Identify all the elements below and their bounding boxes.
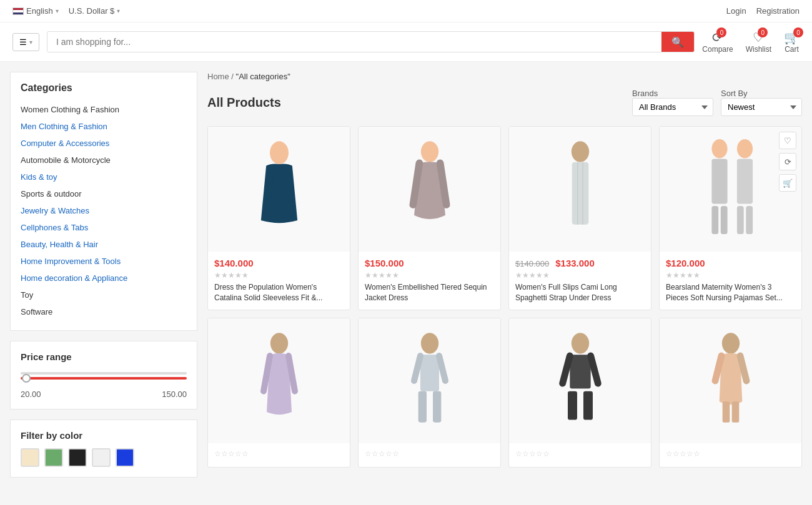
color-swatch-black[interactable] — [68, 448, 87, 467]
category-item[interactable]: Beauty, Health & Hair — [21, 236, 187, 253]
compare-btn[interactable]: ⟳ — [779, 153, 796, 170]
language-label: English — [26, 6, 53, 16]
wishlist-btn[interactable]: ♡ — [779, 132, 796, 149]
menu-button[interactable]: ☰ ▾ — [12, 33, 39, 51]
price-min: 20.00 — [21, 390, 41, 399]
price-slider[interactable] — [21, 372, 187, 385]
svg-rect-21 — [418, 391, 426, 422]
wishlist-badge: 0 — [758, 27, 768, 37]
category-item[interactable]: Men Clothing & Fashion — [21, 118, 187, 135]
wishlist-label: Wishlist — [746, 45, 771, 54]
product-info: ☆☆☆☆☆ — [509, 443, 651, 467]
categories-title: Categories — [21, 82, 187, 94]
product-card[interactable]: $150.000 ★★★★★ Women's Embellished Tiere… — [358, 126, 501, 310]
svg-rect-10 — [711, 206, 718, 234]
svg-rect-28 — [583, 391, 593, 419]
product-info: $150.000 ★★★★★ Women's Embellished Tiere… — [359, 252, 500, 310]
brands-select[interactable]: All Brands — [632, 98, 713, 116]
currency-label: U.S. Dollar $ — [69, 6, 115, 16]
product-card[interactable]: ☆☆☆☆☆ — [358, 318, 501, 468]
price-max: 150.00 — [162, 390, 187, 399]
breadcrumb: Home / "All categories" — [207, 72, 802, 81]
category-item[interactable]: Automobile & Motorcycle — [21, 152, 187, 169]
cart-badge: 0 — [793, 27, 803, 37]
category-item[interactable]: Cellphones & Tabs — [21, 219, 187, 236]
wishlist-action[interactable]: ♡ 0 Wishlist — [746, 30, 771, 54]
currency-selector[interactable]: U.S. Dollar $ ▾ — [69, 6, 121, 16]
category-item[interactable]: Computer & Accessories — [21, 135, 187, 152]
brands-label: Brands — [632, 89, 713, 98]
products-grid: $140.000 ★★★★★ Dress the Population Wome… — [207, 126, 802, 468]
svg-point-16 — [270, 333, 287, 353]
product-price: $150.000 — [365, 258, 404, 268]
category-item[interactable]: Kids & toy — [21, 169, 187, 185]
product-image — [359, 127, 500, 252]
compare-badge: 0 — [716, 27, 726, 37]
color-swatch-blue[interactable] — [116, 448, 134, 467]
product-image — [208, 127, 350, 252]
breadcrumb-separator: / — [231, 72, 235, 81]
product-stars: ★★★★★ — [214, 271, 344, 280]
product-card[interactable]: $140.000 ★★★★★ Dress the Population Wome… — [207, 126, 350, 310]
product-info: $140.000 $133.000 ★★★★★ Women's Full Sli… — [509, 252, 651, 310]
product-price-old: $140.000 — [515, 259, 549, 268]
category-item[interactable]: Sports & outdoor — [21, 185, 187, 202]
category-item[interactable]: Toy — [21, 287, 187, 303]
svg-line-29 — [562, 356, 570, 383]
product-card[interactable]: ♡ ⟳ 🛒 $120.000 ★★★★★ Bearsland Maternity… — [659, 126, 802, 310]
cart-btn[interactable]: 🛒 — [779, 174, 796, 192]
search-input[interactable] — [47, 32, 661, 52]
product-card[interactable]: $140.000 $133.000 ★★★★★ Women's Full Sli… — [508, 126, 651, 310]
search-button[interactable]: 🔍 — [661, 32, 694, 52]
svg-point-25 — [571, 333, 588, 353]
slider-thumb-min[interactable] — [22, 374, 31, 383]
category-item[interactable]: Women Clothing & Fashion — [21, 101, 187, 118]
product-card[interactable]: ☆☆☆☆☆ — [207, 318, 350, 468]
compare-action[interactable]: ⟳ 0 Compare — [702, 30, 733, 54]
color-swatch-beige[interactable] — [21, 448, 39, 467]
filters-row: Brands All Brands Sort By Newest — [632, 89, 802, 116]
breadcrumb-home[interactable]: Home — [207, 72, 229, 81]
breadcrumb-current: "All categories" — [236, 72, 290, 81]
header-actions: ⟳ 0 Compare ♡ 0 Wishlist 🛒 0 Cart — [702, 30, 800, 54]
color-swatch-green[interactable] — [44, 448, 63, 467]
top-bar: English ▾ U.S. Dollar $ ▾ Login Registra… — [0, 0, 812, 22]
cart-action[interactable]: 🛒 0 Cart — [784, 30, 800, 54]
products-title: All Products — [207, 96, 281, 110]
price-labels: 20.00 150.00 — [21, 390, 187, 399]
svg-point-4 — [571, 141, 588, 162]
category-item[interactable]: Software — [21, 303, 187, 320]
svg-line-30 — [590, 356, 598, 383]
content: Home / "All categories" All Products Bra… — [207, 72, 802, 478]
category-item[interactable]: Home decoration & Appliance — [21, 270, 187, 287]
sortby-select[interactable]: Newest — [721, 98, 802, 116]
product-image — [509, 318, 651, 443]
product-image — [660, 318, 801, 443]
color-swatch-white[interactable] — [92, 448, 111, 467]
category-item[interactable]: Jewelry & Watches — [21, 202, 187, 219]
slider-fill — [21, 377, 187, 380]
svg-rect-26 — [570, 355, 590, 388]
svg-point-31 — [721, 333, 739, 353]
product-card[interactable]: ☆☆☆☆☆ — [659, 318, 802, 468]
product-info: $120.000 ★★★★★ Bearsland Maternity Women… — [660, 252, 801, 310]
language-selector[interactable]: English ▾ — [12, 6, 59, 16]
product-image — [509, 127, 651, 252]
cart-label: Cart — [785, 45, 799, 54]
language-chevron: ▾ — [56, 7, 59, 14]
product-info: $140.000 ★★★★★ Dress the Population Wome… — [208, 252, 350, 310]
product-stars: ★★★★★ — [515, 271, 645, 280]
product-image — [359, 318, 500, 443]
product-stars: ☆☆☆☆☆ — [214, 449, 344, 458]
header: ☰ ▾ 🔍 ⟳ 0 Compare ♡ 0 Wishlist 🛒 0 — [0, 22, 812, 62]
svg-rect-13 — [736, 159, 752, 203]
registration-link[interactable]: Registration — [756, 6, 800, 16]
login-link[interactable]: Login — [726, 6, 746, 16]
product-stars: ★★★★★ — [365, 271, 494, 280]
category-item[interactable]: Home Improvement & Tools — [21, 253, 187, 270]
search-bar: 🔍 — [47, 31, 695, 52]
product-card[interactable]: ☆☆☆☆☆ — [508, 318, 651, 468]
slider-track — [21, 372, 187, 375]
product-name: Bearsland Maternity Women's 3 Pieces Sof… — [666, 282, 795, 303]
svg-point-0 — [270, 141, 289, 164]
